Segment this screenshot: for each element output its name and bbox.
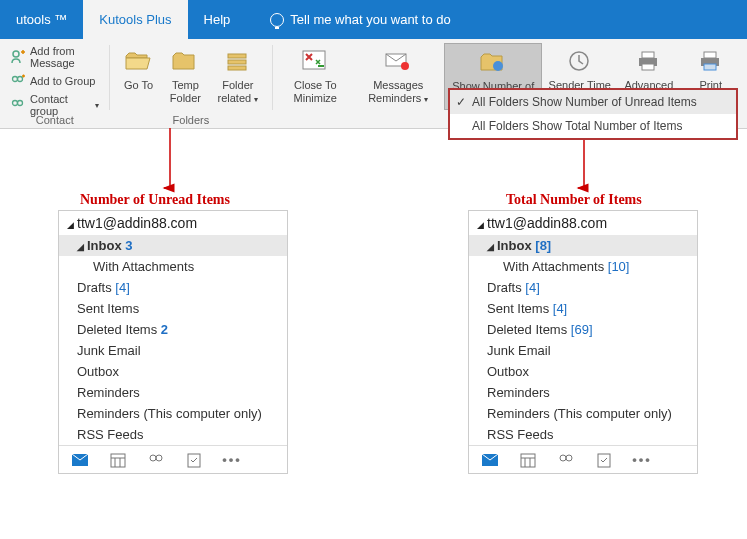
folder-item[interactable]: Reminders (This computer only) (59, 403, 287, 424)
goto-button[interactable]: Go To (115, 43, 161, 108)
svg-rect-6 (228, 60, 246, 64)
folder-item[interactable]: ◢Inbox 3 (59, 235, 287, 256)
folder-item[interactable]: Junk Email (469, 340, 697, 361)
calendar-icon[interactable] (519, 451, 537, 469)
close-minimize-icon (299, 45, 331, 77)
chevron-down-icon: ▾ (424, 95, 428, 104)
svg-rect-5 (228, 54, 246, 58)
nav-bar: ••• (59, 445, 287, 473)
temp-folder-button[interactable]: Temp Folder (161, 43, 209, 108)
folder-item[interactable]: With Attachments (59, 256, 287, 277)
messages-reminders-button[interactable]: Messages Reminders ▾ (352, 43, 444, 110)
tell-me-search[interactable]: Tell me what you want to do (254, 0, 466, 39)
ribbon-group-folders: Go To Temp Folder Folder related ▾ Folde… (109, 39, 272, 128)
mail-icon[interactable] (481, 451, 499, 469)
svg-point-4 (18, 101, 23, 106)
add-to-group-button[interactable]: Add to Group (10, 73, 99, 89)
group-plus-icon (10, 73, 26, 89)
folder-item[interactable]: Sent Items (59, 298, 287, 319)
tasks-icon[interactable] (595, 451, 613, 469)
svg-point-10 (401, 62, 409, 70)
folder-item[interactable]: Deleted Items [69] (469, 319, 697, 340)
tab-utools[interactable]: utools ™ (0, 0, 83, 39)
close-to-minimize-button[interactable]: Close To Minimize (278, 43, 352, 110)
folder-item[interactable]: With Attachments [10] (469, 256, 697, 277)
svg-rect-7 (228, 66, 246, 70)
ribbon-group-contact: Add from Message Add to Group Contact gr… (0, 39, 109, 128)
bulb-icon (270, 13, 284, 27)
folder-item[interactable]: Drafts [4] (469, 277, 697, 298)
label-total: Total Number of Items (506, 192, 642, 208)
people-icon[interactable] (557, 451, 575, 469)
chevron-down-icon: ▾ (254, 95, 258, 104)
people-icon[interactable] (147, 451, 165, 469)
folder-item[interactable]: Outbox (469, 361, 697, 382)
tab-help[interactable]: Help (188, 0, 247, 39)
dropdown-total-items[interactable]: All Folders Show Total Number of Items (450, 114, 736, 138)
clock-icon (564, 45, 596, 77)
more-icon[interactable]: ••• (223, 451, 241, 469)
calendar-icon[interactable] (109, 451, 127, 469)
add-from-message-button[interactable]: Add from Message (10, 45, 99, 69)
folder-list: ◢Inbox 3With Attachments Drafts [4]Sent … (59, 235, 287, 445)
folder-item[interactable]: Outbox (59, 361, 287, 382)
svg-point-32 (560, 455, 566, 461)
group-icon (10, 97, 26, 113)
svg-point-25 (156, 455, 162, 461)
folder-open-icon (122, 45, 154, 77)
svg-point-33 (566, 455, 572, 461)
folder-panel-total: ◢ttw1@addin88.com ◢Inbox [8]With Attachm… (468, 210, 698, 474)
svg-point-2 (18, 77, 23, 82)
folder-stack-icon (222, 45, 254, 77)
show-number-dropdown: All Folders Show Number of Unread Items … (448, 88, 738, 140)
account-header[interactable]: ◢ttw1@addin88.com (469, 211, 697, 235)
folder-item[interactable]: Reminders (59, 382, 287, 403)
folder-list: ◢Inbox [8]With Attachments [10]Drafts [4… (469, 235, 697, 445)
dropdown-unread-items[interactable]: All Folders Show Number of Unread Items (450, 90, 736, 114)
titlebar: utools ™ Kutools Plus Help Tell me what … (0, 0, 747, 39)
folder-item[interactable]: Sent Items [4] (469, 298, 697, 319)
folder-item[interactable]: RSS Feeds (469, 424, 697, 445)
tell-me-label: Tell me what you want to do (290, 0, 450, 39)
svg-point-0 (13, 51, 19, 57)
account-header[interactable]: ◢ttw1@addin88.com (59, 211, 287, 235)
folder-item[interactable]: Reminders (469, 382, 697, 403)
folder-related-button[interactable]: Folder related ▾ (209, 43, 266, 108)
svg-rect-14 (642, 52, 654, 58)
nav-bar: ••• (469, 445, 697, 473)
svg-point-11 (493, 61, 503, 71)
folder-panel-unread: ◢ttw1@addin88.com ◢Inbox 3With Attachmen… (58, 210, 288, 474)
folder-item[interactable]: Drafts [4] (59, 277, 287, 298)
svg-rect-15 (642, 64, 654, 70)
tab-kutools-plus[interactable]: Kutools Plus (83, 0, 187, 39)
svg-point-24 (150, 455, 156, 461)
printer-select-icon (695, 45, 727, 77)
folder-item[interactable]: Junk Email (59, 340, 287, 361)
chevron-down-icon: ▾ (95, 101, 99, 110)
folder-icon (169, 45, 201, 77)
folder-item[interactable]: Deleted Items 2 (59, 319, 287, 340)
svg-rect-18 (704, 64, 716, 70)
svg-rect-20 (111, 454, 125, 467)
svg-rect-17 (704, 52, 716, 58)
person-plus-icon (10, 49, 26, 65)
folder-item[interactable]: ◢Inbox [8] (469, 235, 697, 256)
mail-icon[interactable] (71, 451, 89, 469)
ribbon-group-label-contact: Contact (0, 114, 109, 126)
label-unread: Number of Unread Items (80, 192, 230, 208)
ribbon-group-label-folders: Folders (109, 114, 272, 126)
folder-item[interactable]: RSS Feeds (59, 424, 287, 445)
svg-point-3 (13, 101, 18, 106)
svg-point-1 (13, 77, 18, 82)
folder-item[interactable]: Reminders (This computer only) (469, 403, 697, 424)
folder-number-icon (477, 46, 509, 78)
printer-icon (633, 45, 665, 77)
envelope-chevron-icon (382, 45, 414, 77)
svg-rect-28 (521, 454, 535, 467)
more-icon[interactable]: ••• (633, 451, 651, 469)
tasks-icon[interactable] (185, 451, 203, 469)
